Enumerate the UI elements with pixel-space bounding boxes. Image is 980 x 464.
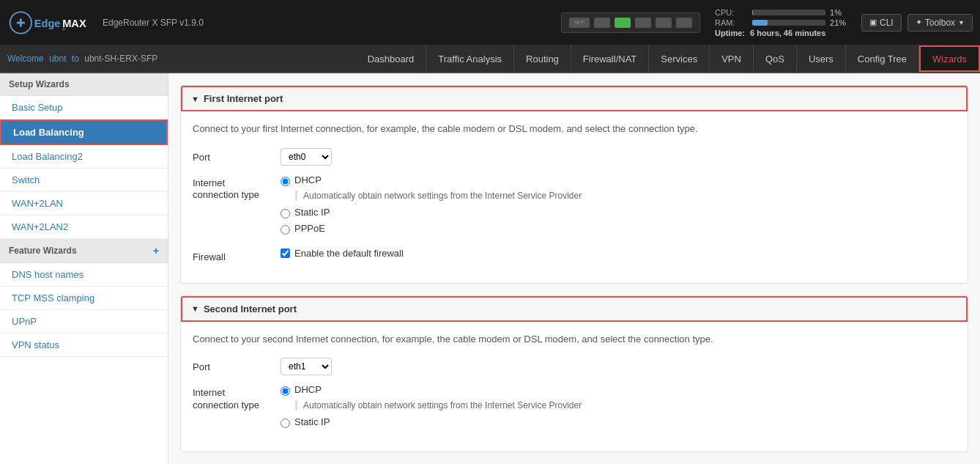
sidebar-item-switch[interactable]: Switch [0, 169, 168, 192]
first-static-ip-radio[interactable] [281, 209, 290, 218]
uptime-value: 6 hours, 46 minutes [750, 29, 825, 37]
port-icon-2 [635, 18, 651, 28]
feature-wizards-plus-icon[interactable]: + [153, 245, 159, 257]
sidebar-item-wan2lan2[interactable]: WAN+2LAN2 [0, 216, 168, 239]
tab-config-tree[interactable]: Config Tree [846, 45, 919, 72]
setup-wizards-title: Setup Wizards [0, 73, 168, 96]
port-icon-1 [615, 18, 631, 28]
nav-username[interactable]: ubnt [49, 54, 66, 64]
first-firewall-label: Firewall [193, 248, 281, 264]
switch-link[interactable]: Switch [12, 174, 40, 185]
first-connection-type-control: DHCP Automatically obtain network settin… [281, 174, 956, 239]
nav-bar: Welcome ubnt to ubnt-SH-ERX-SFP Dashboar… [0, 45, 980, 73]
second-connection-type-label: Internetconnection type [193, 384, 281, 412]
first-internet-port-body: Connect to your first Internet connectio… [181, 111, 968, 283]
sidebar-item-load-balancing[interactable]: Load Balancing [0, 119, 168, 145]
sidebar-item-vpn-status[interactable]: VPN status [0, 334, 168, 357]
tab-routing[interactable]: Routing [514, 45, 571, 72]
tab-traffic-analysis[interactable]: Traffic Analysis [426, 45, 514, 72]
sidebar-item-upnp[interactable]: UPnP [0, 310, 168, 334]
content-area: ▼ First Internet port Connect to your fi… [168, 73, 980, 464]
ram-bar-bg [752, 20, 825, 26]
second-dhcp-label[interactable]: DHCP [294, 384, 322, 395]
sidebar-item-tcp-mss-clamping[interactable]: TCP MSS clamping [0, 287, 168, 310]
ram-value: 21% [830, 18, 846, 27]
logo: Edge MAX ® [7, 8, 88, 37]
first-firewall-checkbox[interactable] [281, 248, 290, 258]
ram-bar [752, 20, 768, 26]
tab-services[interactable]: Services [649, 45, 710, 72]
load-balancing-link[interactable]: Load Balancing [13, 127, 84, 138]
svg-text:Edge: Edge [34, 17, 61, 29]
second-dhcp-description: Automatically obtain network settings fr… [295, 400, 956, 410]
wan2lan-link[interactable]: WAN+2LAN [12, 198, 63, 209]
first-dhcp-radio[interactable] [281, 177, 290, 186]
first-port-row: Port eth0 eth1 eth2 eth3 eth4 [193, 148, 956, 166]
sidebar-item-wan2lan[interactable]: WAN+2LAN [0, 192, 168, 216]
edgemax-logo: Edge MAX ® [7, 8, 88, 37]
toolbox-button[interactable]: ✦ Toolbox ▼ [907, 14, 973, 32]
first-dhcp-label[interactable]: DHCP [294, 174, 322, 185]
sfp-port-icon: SFP [569, 18, 590, 28]
second-internet-port-header: ▼ Second Internet port [181, 296, 968, 322]
first-firewall-row: Firewall Enable the default firewall [193, 248, 956, 264]
first-firewall-checkbox-label[interactable]: Enable the default firewall [294, 248, 404, 259]
sidebar-item-load-balancing2[interactable]: Load Balancing2 [0, 145, 168, 169]
load-balancing2-link[interactable]: Load Balancing2 [12, 151, 83, 162]
sidebar-item-basic-setup[interactable]: Basic Setup [0, 96, 168, 119]
first-internet-port-header: ▼ First Internet port [181, 86, 968, 111]
port-status-bar: SFP [561, 12, 700, 33]
second-port-collapse-icon[interactable]: ▼ [191, 304, 199, 313]
cli-icon: ▣ [869, 18, 877, 27]
tab-vpn[interactable]: VPN [710, 45, 754, 72]
nav-tabs: Dashboard Traffic Analysis Routing Firew… [356, 45, 980, 72]
first-static-ip-label[interactable]: Static IP [294, 207, 330, 218]
second-connection-type-row: Internetconnection type DHCP Automatical… [193, 384, 956, 432]
top-bar: Edge MAX ® EdgeRouter X SFP v1.9.0 SFP C… [0, 0, 980, 45]
second-port-select[interactable]: eth0 eth1 eth2 eth3 eth4 [281, 358, 332, 375]
dns-host-names-link[interactable]: DNS host names [12, 269, 83, 280]
first-port-description: Connect to your first Internet connectio… [193, 122, 956, 136]
tcp-mss-clamping-link[interactable]: TCP MSS clamping [12, 292, 94, 303]
first-connection-type-row: Internetconnection type DHCP Automatical… [193, 174, 956, 239]
second-dhcp-radio[interactable] [281, 386, 290, 396]
second-static-ip-radio[interactable] [281, 419, 290, 428]
toolbox-chevron-icon: ▼ [958, 19, 965, 26]
first-pppoe-radio[interactable] [281, 225, 290, 235]
wan2lan2-link[interactable]: WAN+2LAN2 [12, 221, 68, 232]
cli-button[interactable]: ▣ CLI [861, 14, 902, 32]
first-static-ip-option: Static IP [281, 207, 956, 218]
cpu-value: 1% [830, 8, 842, 17]
ram-label: RAM: [715, 18, 748, 27]
to-label: to [72, 54, 79, 64]
tab-firewall-nat[interactable]: Firewall/NAT [571, 45, 649, 72]
first-internet-port-title: First Internet port [204, 93, 283, 104]
uptime-row: Uptime: 6 hours, 46 minutes [715, 29, 847, 37]
first-firewall-control: Enable the default firewall [281, 248, 956, 259]
first-port-label: Port [193, 148, 281, 164]
uptime-label: Uptime: [715, 29, 745, 37]
first-port-collapse-icon[interactable]: ▼ [191, 95, 199, 103]
second-port-label: Port [193, 358, 281, 374]
first-pppoe-label[interactable]: PPPoE [294, 223, 325, 234]
cpu-bar [752, 10, 753, 15]
first-dhcp-option: DHCP [281, 174, 956, 186]
second-internet-port-panel: ▼ Second Internet port Connect to your s… [180, 295, 968, 453]
second-internet-port-title: Second Internet port [204, 303, 297, 314]
vpn-status-link[interactable]: VPN status [12, 339, 59, 350]
second-static-ip-option: Static IP [281, 416, 956, 428]
sidebar-item-dns-host-names[interactable]: DNS host names [0, 263, 168, 287]
nav-device-name: ubnt-SH-ERX-SFP [84, 54, 157, 64]
tab-dashboard[interactable]: Dashboard [356, 45, 427, 72]
first-port-select[interactable]: eth0 eth1 eth2 eth3 eth4 [281, 148, 332, 166]
tab-users[interactable]: Users [797, 45, 846, 72]
upnp-link[interactable]: UPnP [12, 316, 37, 327]
basic-setup-link[interactable]: Basic Setup [12, 102, 62, 113]
top-right-controls: ▣ CLI ✦ Toolbox ▼ [861, 14, 973, 32]
second-static-ip-label[interactable]: Static IP [294, 416, 330, 427]
first-connection-type-label: Internetconnection type [193, 174, 281, 202]
svg-text:MAX: MAX [62, 17, 86, 29]
tab-qos[interactable]: QoS [754, 45, 797, 72]
tab-wizards[interactable]: Wizards [919, 45, 980, 72]
port-icon-4 [676, 18, 692, 28]
